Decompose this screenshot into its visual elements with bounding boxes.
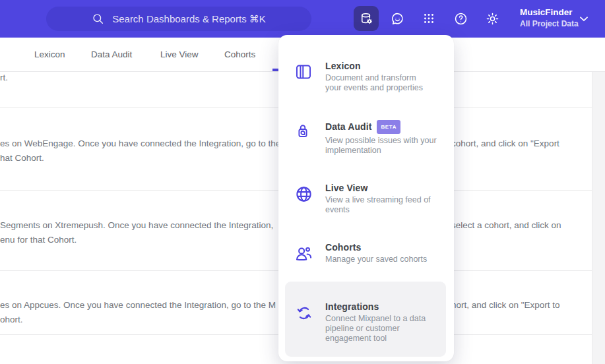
top-navigation-bar: Search Dashboards & Reports ⌘K xyxy=(0,0,605,38)
live-view-globe-icon xyxy=(294,185,314,215)
data-audit-lock-icon xyxy=(294,122,314,156)
integration-row-xtremepush-right: select a cohort, and click on xyxy=(451,218,561,233)
integrations-sync-icon xyxy=(294,303,314,349)
row-text-line: hat Cohort. xyxy=(0,151,280,166)
apps-grid-icon xyxy=(422,11,436,26)
beta-badge: BETA xyxy=(377,120,400,134)
help-icon xyxy=(453,11,468,26)
row-text-line: hort, and click on "Export to xyxy=(451,298,560,313)
settings-gear-icon xyxy=(485,11,500,26)
menu-item-title: Data AuditBETA xyxy=(325,120,437,134)
menu-item-title: Cohorts xyxy=(325,242,427,253)
search-placeholder: Search Dashboards & Reports ⌘K xyxy=(112,13,266,25)
integration-row-xtremepush: Segments on Xtremepush. Once you have co… xyxy=(0,218,273,247)
menu-item-data-audit[interactable]: Data AuditBETA View possible issues with… xyxy=(285,112,446,164)
row-text-line: ohort. xyxy=(0,313,276,327)
cohorts-people-icon xyxy=(294,244,314,264)
row-text-line: es on Appcues. Once you have connected t… xyxy=(0,298,276,313)
menu-item-text: Cohorts Manage your saved cohorts xyxy=(325,242,427,264)
tab-cohorts[interactable]: Cohorts xyxy=(224,49,255,59)
lexicon-book-icon xyxy=(294,63,314,93)
integration-row-webengage-right: cohort, and click on "Export xyxy=(451,136,559,151)
row-text-line: Segments on Xtremepush. Once you have co… xyxy=(0,218,273,233)
clipped-text-fragment-top: rt. xyxy=(0,71,8,85)
menu-item-title: Integrations xyxy=(325,301,426,312)
row-text-line: cohort, and click on "Export xyxy=(451,136,559,151)
settings-button[interactable] xyxy=(480,6,505,31)
help-button[interactable] xyxy=(448,6,473,31)
data-management-icon xyxy=(359,11,374,26)
menu-item-description: Connect Mixpanel to a data pipeline or c… xyxy=(325,314,426,344)
integration-row-appcues: es on Appcues. Once you have connected t… xyxy=(0,298,276,327)
support-chat-icon xyxy=(390,11,405,26)
data-management-dropdown: Lexicon Document and transform your even… xyxy=(278,35,454,361)
menu-item-text: Integrations Connect Mixpanel to a data … xyxy=(325,301,426,349)
apps-grid-button[interactable] xyxy=(416,6,441,31)
chevron-down-icon xyxy=(580,16,588,22)
scrollbar-track[interactable] xyxy=(592,72,605,364)
menu-item-cohorts[interactable]: Cohorts Manage your saved cohorts xyxy=(285,234,446,272)
menu-item-title: Live View xyxy=(325,183,431,193)
project-scope: All Project Data xyxy=(520,19,579,29)
integration-row-webengage: es on WebEngage. Once you have connected… xyxy=(0,136,280,166)
support-chat-button[interactable] xyxy=(385,6,410,31)
row-text-line: select a cohort, and click on xyxy=(451,218,561,233)
menu-item-description: View possible issues with your implement… xyxy=(325,136,437,156)
menu-item-text: Data AuditBETA View possible issues with… xyxy=(325,120,437,156)
tab-live-view[interactable]: Live View xyxy=(160,49,199,59)
search-input[interactable]: Search Dashboards & Reports ⌘K xyxy=(46,7,311,31)
active-tab-indicator xyxy=(272,69,278,71)
row-text-line: enu for that Cohort. xyxy=(0,233,273,247)
integration-row-appcues-right: hort, and click on "Export to xyxy=(451,298,560,313)
menu-item-text: Live View View a live streaming feed of … xyxy=(325,183,431,215)
search-icon xyxy=(92,13,105,26)
menu-item-live-view[interactable]: Live View View a live streaming feed of … xyxy=(285,175,446,223)
tab-lexicon[interactable]: Lexicon xyxy=(34,49,65,59)
tab-data-audit[interactable]: Data Audit xyxy=(91,49,132,59)
data-management-button[interactable] xyxy=(354,6,379,31)
project-name: MusicFinder xyxy=(520,7,579,18)
row-text-line: es on WebEngage. Once you have connected… xyxy=(0,136,280,151)
menu-item-lexicon[interactable]: Lexicon Document and transform your even… xyxy=(285,53,446,101)
menu-item-text: Lexicon Document and transform your even… xyxy=(325,61,423,93)
menu-item-description: Document and transform your events and p… xyxy=(325,73,423,93)
menu-item-description: View a live streaming feed of events xyxy=(325,195,431,215)
menu-item-integrations[interactable]: Integrations Connect Mixpanel to a data … xyxy=(285,282,446,357)
project-switcher[interactable]: MusicFinder All Project Data xyxy=(520,7,579,29)
fragment-line: rt. xyxy=(0,71,8,85)
menu-item-title: Lexicon xyxy=(325,61,423,71)
menu-item-description: Manage your saved cohorts xyxy=(325,255,427,264)
